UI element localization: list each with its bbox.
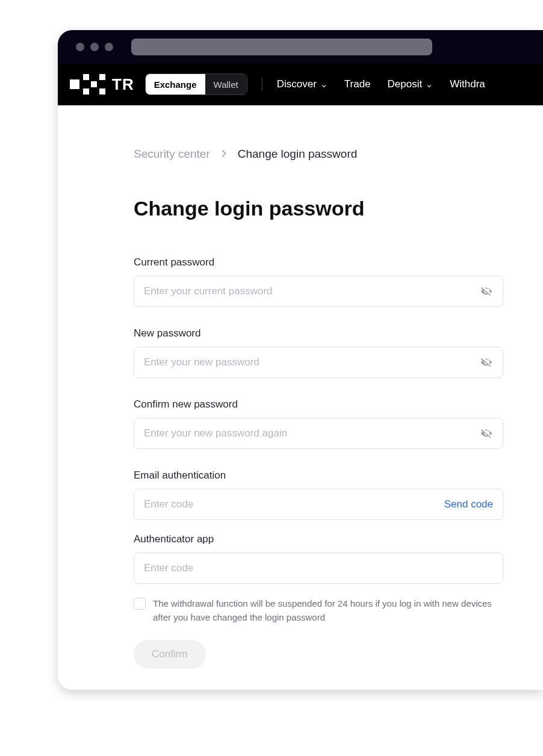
email-auth-input[interactable] [144,498,438,510]
page-title: Change login password [134,197,543,220]
brand-tr-label: TR [112,75,134,94]
nav-links: Discover Trade Deposit Withdra [277,78,485,90]
send-code-button[interactable]: Send code [444,498,493,510]
new-password-field-wrap [134,347,503,378]
breadcrumb-parent[interactable]: Security center [134,147,210,161]
authenticator-label: Authenticator app [134,533,503,545]
confirm-password-label: Confirm new password [134,398,503,411]
authenticator-field-wrap [134,553,503,584]
eye-off-icon[interactable] [480,427,493,440]
nav-withdraw[interactable]: Withdra [450,78,485,90]
nav-deposit[interactable]: Deposit [388,78,433,90]
authenticator-input[interactable] [144,562,493,574]
top-nav: TR Exchange Wallet Discover Trade De [58,63,543,105]
current-password-input[interactable] [144,285,474,297]
nav-withdraw-label: Withdra [450,78,485,90]
new-password-input[interactable] [144,356,474,368]
confirm-password-input[interactable] [144,427,474,439]
nav-trade-label: Trade [344,78,371,90]
url-bar[interactable] [131,39,432,55]
notice-checkbox[interactable] [134,598,146,610]
browser-frame: TR Exchange Wallet Discover Trade De [58,30,543,690]
exchange-tab[interactable]: Exchange [146,74,205,94]
withdrawal-notice-row: The withdrawal function will be suspende… [134,597,503,624]
confirm-password-field-wrap [134,418,503,449]
nav-discover[interactable]: Discover [277,78,327,90]
confirm-button[interactable]: Confirm [134,640,206,669]
nav-trade[interactable]: Trade [344,78,371,90]
wallet-tab[interactable]: Wallet [205,74,247,94]
new-password-label: New password [134,327,503,339]
nav-separator [262,78,262,91]
eye-off-icon[interactable] [480,285,493,298]
brand-logo[interactable]: TR [70,74,134,94]
breadcrumb-current: Change login password [238,147,358,161]
current-password-label: Current password [134,256,503,268]
email-auth-field-wrap: Send code [134,489,503,520]
chevron-down-icon [320,81,327,88]
breadcrumb: Security center Change login password [134,147,543,161]
browser-title-bar [58,30,543,63]
eye-off-icon[interactable] [480,356,493,369]
chevron-right-icon [221,147,227,161]
email-auth-label: Email authentication [134,469,503,482]
current-password-field-wrap [134,276,503,307]
notice-text: The withdrawal function will be suspende… [153,597,503,624]
nav-deposit-label: Deposit [388,78,423,90]
nav-discover-label: Discover [277,78,317,90]
traffic-min-icon[interactable] [90,43,99,51]
chevron-down-icon [426,81,433,88]
traffic-max-icon[interactable] [105,43,113,51]
mode-toggle: Exchange Wallet [145,73,247,95]
traffic-close-icon[interactable] [76,43,84,51]
page-content: Security center Change login password Ch… [58,105,543,690]
